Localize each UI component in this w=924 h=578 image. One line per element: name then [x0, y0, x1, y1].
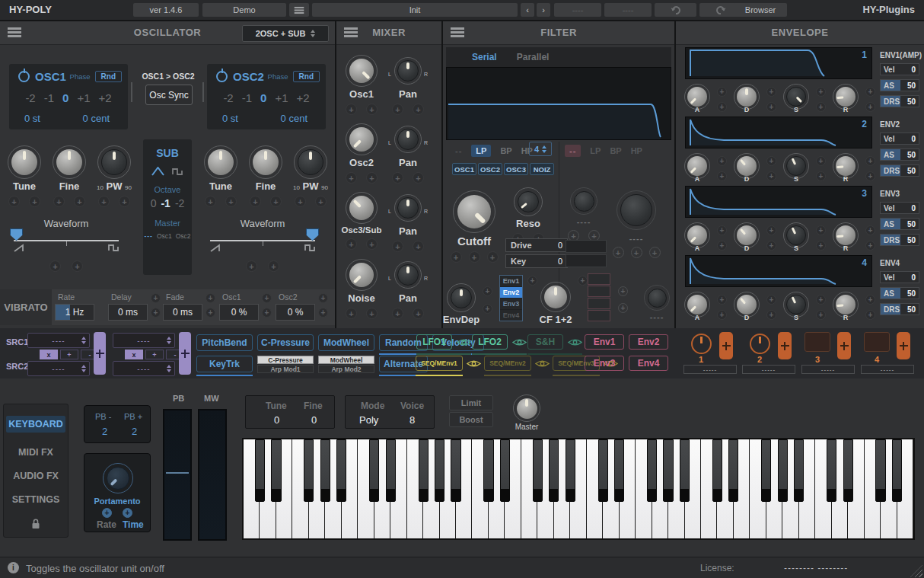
env2-release-knob[interactable]: [836, 156, 855, 176]
mod-slot-plus-icon[interactable]: [318, 293, 328, 303]
mod-slot-plus-icon[interactable]: [346, 172, 357, 184]
piano-black-key[interactable]: [728, 439, 738, 502]
triangle-wave-icon[interactable]: [151, 167, 164, 176]
osc1-octave-option-selected[interactable]: 0: [62, 91, 69, 104]
mixer-osc1-level-knob[interactable]: [349, 59, 374, 83]
master-volume-knob[interactable]: [517, 398, 537, 419]
mode-value[interactable]: Poly: [359, 414, 378, 426]
lfo2-button[interactable]: LFO2: [472, 334, 508, 350]
mod-slot-plus-icon[interactable]: [766, 295, 776, 305]
mod-slot-plus-icon[interactable]: [816, 295, 826, 305]
mod-slot-plus-icon[interactable]: [413, 172, 424, 184]
filter1-input-osc1-button[interactable]: OSC1: [452, 163, 476, 175]
env4-drs-field[interactable]: DRS50: [880, 303, 919, 315]
piano-black-key[interactable]: [419, 439, 429, 502]
osc1-pw-knob[interactable]: [101, 149, 127, 175]
macro3-pad[interactable]: [805, 332, 830, 352]
mod-slot-plus-icon[interactable]: [865, 295, 875, 305]
seq-menv1-button[interactable]: SEQ/MEnv1: [416, 356, 463, 371]
mod-slot-plus-icon[interactable]: [483, 286, 492, 296]
piano-black-key[interactable]: [533, 439, 543, 502]
env2-vel-field[interactable]: Vel0: [880, 133, 919, 145]
mod-slot-plus-icon[interactable]: [865, 102, 875, 112]
osc2-phase-mode-button[interactable]: Rnd: [293, 71, 320, 82]
piano-black-key[interactable]: [680, 439, 690, 502]
pitchbend-wheel-slider[interactable]: [163, 409, 192, 541]
mod-slot-plus-icon[interactable]: [49, 260, 61, 272]
mod-slot-plus-icon[interactable]: [618, 303, 628, 313]
mod-slot-plus-icon[interactable]: [366, 172, 378, 184]
env3-as-field[interactable]: AS50: [880, 218, 919, 230]
macro2-knob[interactable]: [750, 334, 770, 354]
pb-plus-value[interactable]: 2: [132, 426, 137, 437]
mod-slot-plus-icon[interactable]: [151, 308, 161, 318]
src-op-add[interactable]: +: [145, 350, 164, 359]
mod-slot-plus-icon[interactable]: [98, 196, 110, 207]
env1-sustain-knob[interactable]: [786, 87, 806, 107]
mixer-osc1-pan-knob[interactable]: [397, 60, 419, 81]
filter-envdep-knob[interactable]: [451, 287, 472, 308]
mod-slot-plus-icon[interactable]: [469, 251, 480, 263]
mod-slot-plus-icon[interactable]: [766, 87, 776, 97]
mod-slot-plus-icon[interactable]: [717, 310, 727, 320]
env-source-option[interactable]: Env3: [500, 299, 522, 310]
mod-slot-plus-icon[interactable]: [816, 310, 826, 320]
mixer-osc2-pan-knob[interactable]: [397, 129, 419, 150]
env2-decay-knob[interactable]: [737, 156, 757, 176]
mod-slot-plus-icon[interactable]: [717, 156, 727, 166]
mod-slot-plus-icon[interactable]: [246, 260, 257, 272]
filter1-input-osc3-button[interactable]: OSC3: [504, 163, 528, 175]
src-op-multiply[interactable]: x: [125, 350, 143, 359]
tab-parallel[interactable]: Parallel: [517, 52, 550, 62]
piano-black-key[interactable]: [892, 439, 902, 502]
mod-slot-plus-icon[interactable]: [649, 247, 661, 258]
macro4-pad[interactable]: [864, 332, 890, 352]
mod-slot-plus-icon[interactable]: [766, 156, 776, 166]
env3-vel-field[interactable]: Vel0: [880, 202, 919, 214]
piano-black-key[interactable]: [320, 439, 330, 502]
sub-octave-option-selected[interactable]: -1: [161, 197, 170, 209]
piano-black-key[interactable]: [304, 439, 314, 502]
sample-hold-button[interactable]: S&H: [527, 334, 563, 350]
tab-audio-fx[interactable]: AUDIO FX: [6, 468, 65, 484]
mod-slot-plus-icon[interactable]: [766, 241, 776, 251]
mod-slot-plus-icon[interactable]: [766, 225, 776, 235]
tab-serial[interactable]: Serial: [472, 52, 497, 62]
preset-prev-button[interactable]: ‹: [521, 3, 534, 17]
mod-slot-plus-icon[interactable]: [717, 225, 727, 235]
vibrato-osc2-value[interactable]: 0 %: [276, 304, 315, 321]
osc1-octave-option[interactable]: +1: [77, 91, 90, 104]
piano-black-key[interactable]: [827, 439, 836, 502]
seq-menv2-button[interactable]: SEQ/MEnv2: [484, 356, 531, 371]
mod-slot-plus-icon[interactable]: [392, 308, 403, 319]
src-op-multiply[interactable]: x: [40, 350, 58, 359]
filter-key-field[interactable]: Key0: [505, 254, 568, 268]
env4-sustain-knob[interactable]: [786, 295, 806, 315]
mod-slot-plus-icon[interactable]: [717, 295, 727, 305]
mod-slot-plus-icon[interactable]: [865, 310, 875, 320]
piano-black-key[interactable]: [566, 439, 575, 502]
mod-slot-plus-icon[interactable]: [206, 293, 215, 303]
macro1-label[interactable]: -----: [683, 365, 737, 374]
mod-slot-plus-icon[interactable]: [717, 87, 727, 97]
mod-slot-plus-icon[interactable]: [816, 87, 826, 97]
sub-route-option-selected[interactable]: ---: [144, 232, 153, 240]
env-source-option[interactable]: Env1: [500, 276, 522, 287]
filter-pan-knob[interactable]: [648, 289, 667, 308]
filter1-type-off[interactable]: --: [455, 146, 462, 155]
piano-black-key[interactable]: [435, 439, 444, 502]
osc2-tune-knob[interactable]: [208, 149, 234, 175]
osc1-power-icon[interactable]: [18, 71, 30, 82]
mixer-osc2-level-knob[interactable]: [349, 127, 374, 152]
sub-route-option[interactable]: Osc1: [157, 232, 172, 240]
mod-slot-plus-icon[interactable]: [151, 293, 161, 303]
osc2-cent-value[interactable]: 0 cent: [281, 113, 307, 124]
env1-as-field[interactable]: AS50: [880, 79, 919, 91]
mod-slot-plus-icon[interactable]: [527, 276, 537, 286]
filter-pan-segment-selector[interactable]: [588, 273, 610, 322]
macro4-label[interactable]: -----: [861, 365, 914, 374]
portamento-time-option-selected[interactable]: Time: [123, 519, 144, 530]
preset-slot-b-button[interactable]: ----: [604, 3, 652, 17]
modwheel-source-button[interactable]: ModWheel: [318, 334, 374, 351]
seq-menv2-eye-icon[interactable]: [535, 359, 550, 369]
